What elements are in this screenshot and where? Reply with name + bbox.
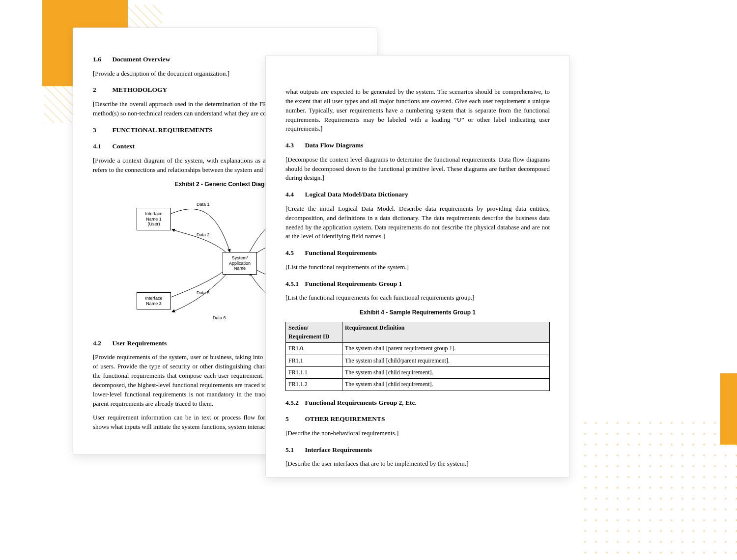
exhibit-4-title: Exhibit 4 - Sample Requirements Group 1 (285, 308, 550, 317)
heading-4-5: 4.5 Functional Requirements (285, 248, 550, 258)
decorative-dotgrid-bottom-right (580, 418, 737, 555)
table-row: FR1.1.2 The system shall [child requirem… (286, 379, 550, 391)
table-cell-id: FR1.1.2 (286, 379, 342, 391)
table-cell-id: FR1.0. (286, 343, 342, 355)
diagram-label: Data 6 (213, 315, 226, 321)
body-text: what outputs are expected to be generate… (285, 87, 550, 134)
heading-number: 4.5 (285, 248, 300, 258)
heading-label: OTHER REQUIREMENTS (305, 415, 385, 422)
table-row: FR1.1 The system shall [child/parent req… (286, 355, 550, 366)
table-cell-def: The system shall [child requirement]. (342, 367, 550, 379)
heading-label: User Requirements (112, 339, 167, 347)
heading-4-5-2: 4.5.2 Functional Requirements Group 2, E… (285, 398, 550, 408)
table-cell-id: FR1.1.1 (286, 367, 342, 379)
requirements-table: Section/Requirement ID Requirement Defin… (285, 322, 550, 391)
heading-4-5-1: 4.5.1 Functional Requirements Group 1 (285, 279, 550, 289)
heading-number: 1.6 (93, 55, 108, 64)
heading-label: Functional Requirements Group 2, Etc. (305, 399, 417, 406)
diagram-box-system: System/ApplicationName (223, 252, 257, 275)
heading-label: Document Overview (112, 56, 170, 63)
table-header: Section/Requirement ID (286, 322, 342, 343)
heading-label: METHODOLOGY (112, 86, 167, 93)
heading-label: Logical Data Model/Data Dictionary (305, 191, 408, 198)
table-cell-def: The system shall [child/parent requireme… (342, 355, 550, 366)
heading-number: 2 (93, 85, 108, 95)
body-text: [Create the initial Logical Data Model. … (285, 204, 550, 241)
diagram-label: Data 2 (197, 232, 210, 238)
heading-number: 4.1 (93, 141, 108, 151)
table-row: FR1.0. The system shall [parent requirem… (286, 343, 550, 355)
table-cell-def: The system shall [parent requirement gro… (342, 343, 550, 355)
heading-5-1: 5.1 Interface Requirements (285, 445, 550, 455)
diagram-box-interface-1: InterfaceName 1(User) (137, 208, 171, 230)
heading-label: Functional Requirements (305, 249, 376, 256)
body-text: [List the functional requirements of the… (285, 263, 550, 272)
heading-number: 4.5.2 (285, 398, 300, 408)
table-row: FR1.1.1 The system shall [child requirem… (286, 367, 550, 379)
heading-label: FUNCTIONAL REQUIREMENTS (112, 126, 212, 134)
heading-5: 5 OTHER REQUIREMENTS (285, 414, 550, 424)
body-text: [Describe the user interfaces that are t… (285, 459, 550, 469)
heading-number: 3 (93, 125, 108, 135)
table-cell-id: FR1.1 (286, 355, 342, 366)
heading-number: 5 (285, 414, 300, 424)
heading-4-4: 4.4 Logical Data Model/Data Dictionary (285, 190, 550, 199)
table-header: Requirement Definition (342, 322, 550, 343)
heading-number: 4.3 (285, 140, 300, 150)
heading-label: Functional Requirements Group 1 (305, 280, 402, 287)
body-text: [Describe the non-behavioral requirement… (285, 429, 550, 438)
diagram-box-interface-3: InterfaceName 3 (137, 292, 171, 310)
table-cell-def: The system shall [child requirement]. (342, 379, 550, 391)
heading-number: 4.4 (285, 190, 300, 199)
diagram-label: Data 1 (197, 201, 210, 208)
heading-number: 5.1 (285, 445, 300, 455)
heading-label: Data Flow Diagrams (305, 141, 363, 149)
heading-number: 4.2 (93, 338, 108, 348)
body-text: [Decompose the context level diagrams to… (285, 155, 550, 183)
heading-4-3: 4.3 Data Flow Diagrams (285, 140, 550, 150)
heading-label: Context (112, 142, 135, 150)
heading-number: 4.5.1 (285, 279, 300, 289)
heading-label: Interface Requirements (305, 446, 372, 453)
document-page-right: what outputs are expected to be generate… (265, 55, 570, 477)
body-text: [List the functional requirements for ea… (285, 293, 550, 303)
diagram-label: Data 5 (197, 290, 210, 296)
decorative-bar-right (720, 373, 737, 445)
